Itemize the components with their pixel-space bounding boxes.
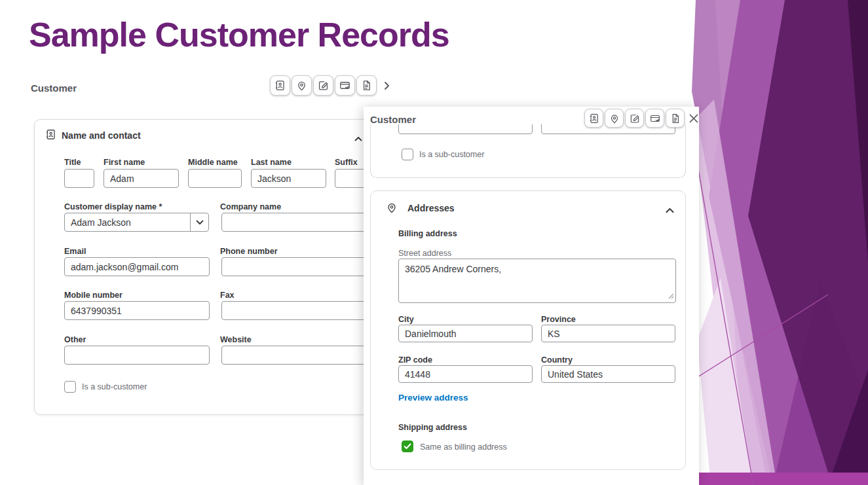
presentation-slide: Sample Customer Records Customer Name an… xyxy=(0,0,868,485)
section-title: Addresses xyxy=(407,203,455,213)
display-name-select[interactable]: Adam Jackson xyxy=(64,213,209,232)
email-input[interactable]: adam.jackson@gmail.com xyxy=(64,257,210,276)
notes-button[interactable] xyxy=(625,109,644,128)
location-pin-icon xyxy=(609,113,620,124)
section-title: Name and contact xyxy=(62,130,141,141)
website-label: Website xyxy=(220,335,252,344)
close-icon xyxy=(689,113,699,126)
addresses-button[interactable] xyxy=(605,109,624,128)
street-address-textarea[interactable]: 36205 Andrew Corners, xyxy=(398,259,676,303)
close-button[interactable] xyxy=(686,111,702,127)
contact-card-icon xyxy=(274,79,286,92)
sub-customer-label: Is a sub-customer xyxy=(419,150,484,159)
last-name-label: Last name xyxy=(251,158,292,167)
zip-input[interactable]: 41448 xyxy=(398,365,533,383)
payments-button[interactable] xyxy=(645,109,664,128)
overlay-toolbar xyxy=(584,109,685,128)
slide-title: Sample Customer Records xyxy=(29,16,449,54)
zip-label: ZIP code xyxy=(398,355,432,365)
sub-customer-checkbox[interactable] xyxy=(402,149,413,160)
partial-input-left[interactable] xyxy=(398,124,533,134)
addresses-button[interactable] xyxy=(292,75,312,96)
overlay-heading: Customer xyxy=(370,114,416,125)
display-name-value: Adam Jackson xyxy=(71,217,131,228)
suffix-label: Suffix xyxy=(335,158,358,167)
province-label: Province xyxy=(541,315,576,324)
contact-card-icon xyxy=(588,113,600,124)
collapse-section-chevron[interactable] xyxy=(354,132,362,144)
middle-name-label: Middle name xyxy=(188,158,238,167)
email-label: Email xyxy=(64,247,86,256)
city-input[interactable]: Danielmouth xyxy=(398,325,533,342)
contacts-button[interactable] xyxy=(584,109,603,128)
title-input[interactable] xyxy=(64,169,94,188)
same-as-billing-checkbox[interactable] xyxy=(402,440,413,452)
shipping-address-heading: Shipping address xyxy=(398,423,467,432)
payments-button[interactable] xyxy=(335,75,355,96)
edit-note-icon xyxy=(629,113,641,124)
location-pin-icon xyxy=(295,79,308,92)
sub-customer-label: Is a sub-customer xyxy=(82,382,147,391)
checkmark-icon xyxy=(404,440,411,452)
other-input[interactable] xyxy=(64,346,210,365)
name-contact-card: Name and contact Title First name Middle… xyxy=(34,119,401,415)
first-name-input[interactable]: Adam xyxy=(104,169,179,188)
location-pin-icon xyxy=(385,201,398,217)
payment-card-icon xyxy=(339,79,351,92)
same-as-billing-label: Same as billing address xyxy=(420,442,507,452)
notes-button[interactable] xyxy=(313,75,333,96)
country-input[interactable]: United States xyxy=(541,365,675,383)
company-label: Company name xyxy=(220,202,281,211)
document-icon xyxy=(670,113,681,124)
customer-overlay-window: Customer Is a sub-c xyxy=(364,107,699,485)
title-label: Title xyxy=(64,158,81,167)
edit-note-icon xyxy=(317,79,330,92)
collapse-section-chevron[interactable] xyxy=(666,204,674,216)
preview-address-link[interactable]: Preview address xyxy=(398,393,468,403)
street-address-value: 36205 Andrew Corners, xyxy=(405,264,501,274)
addresses-card: Addresses Billing address Street address… xyxy=(370,190,686,470)
resize-handle[interactable] xyxy=(668,291,674,301)
other-label: Other xyxy=(64,335,86,344)
document-icon xyxy=(360,79,373,92)
province-input[interactable]: KS xyxy=(541,325,675,342)
city-label: City xyxy=(398,315,414,324)
left-toolbar xyxy=(270,75,390,96)
expand-toolbar-chevron[interactable] xyxy=(384,81,390,90)
phone-label: Phone number xyxy=(220,247,278,256)
country-label: Country xyxy=(541,355,573,365)
left-window-heading: Customer xyxy=(31,82,77,94)
last-name-input[interactable]: Jackson xyxy=(251,169,326,188)
contacts-button[interactable] xyxy=(270,75,290,96)
documents-button[interactable] xyxy=(356,75,377,96)
contact-card-icon xyxy=(45,128,57,143)
middle-name-input[interactable] xyxy=(188,169,242,188)
fax-label: Fax xyxy=(220,291,235,300)
mobile-label: Mobile number xyxy=(64,291,123,300)
display-name-label: Customer display name * xyxy=(64,202,162,211)
first-name-label: First name xyxy=(104,158,145,167)
mobile-input[interactable]: 6437990351 xyxy=(64,301,210,320)
street-address-label: Street address xyxy=(398,249,451,258)
chevron-down-icon[interactable] xyxy=(190,213,208,231)
payment-card-icon xyxy=(649,113,661,124)
name-contact-card-partial: Is a sub-customer xyxy=(370,124,686,178)
billing-address-heading: Billing address xyxy=(398,229,457,238)
documents-button[interactable] xyxy=(666,109,685,128)
sub-customer-checkbox[interactable] xyxy=(64,381,76,393)
